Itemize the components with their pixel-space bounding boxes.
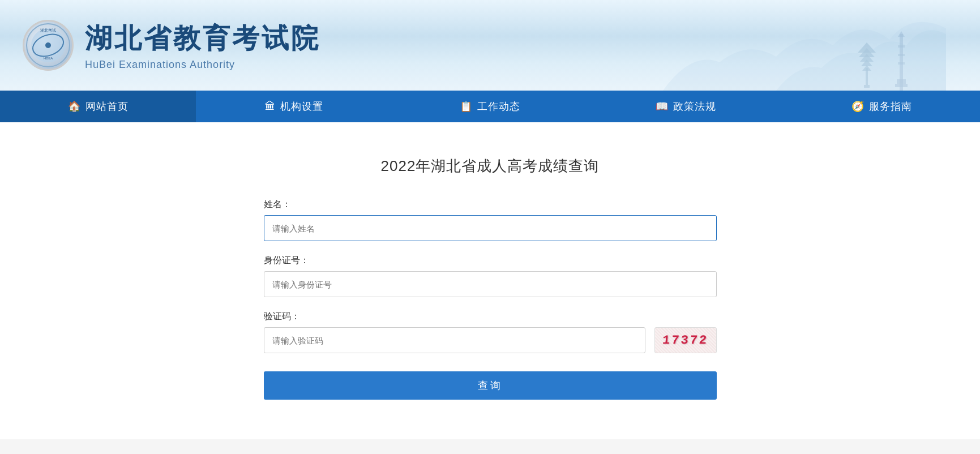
header-title-block: 湖北省教育考试院 HuBei Examinations Authority xyxy=(85,20,320,71)
nav-label-guide: 服务指南 xyxy=(869,100,912,113)
svg-rect-10 xyxy=(898,54,905,56)
name-input[interactable] xyxy=(264,215,717,241)
nav-label-org: 机构设置 xyxy=(280,100,323,113)
header-title-cn: 湖北省教育考试院 xyxy=(85,20,320,57)
home-icon: 🏠 xyxy=(68,100,81,113)
org-icon: 🏛 xyxy=(265,101,276,113)
id-field-group: 身份证号： xyxy=(264,255,717,297)
svg-text:湖北考试: 湖北考试 xyxy=(40,28,56,32)
header: 湖北考试 HBEA 湖北省教育考试院 HuBei Examinations Au… xyxy=(0,0,980,91)
form-container: 姓名： 身份证号： 验证码： 17372 查询 xyxy=(264,199,717,400)
submit-button[interactable]: 查询 xyxy=(264,371,717,400)
footer: Ai xyxy=(0,439,980,454)
svg-text:HBEA: HBEA xyxy=(44,57,53,60)
svg-rect-12 xyxy=(897,79,906,84)
nav-item-home[interactable]: 🏠 网站首页 xyxy=(0,91,196,122)
captcha-image[interactable]: 17372 xyxy=(654,327,717,353)
captcha-row: 17372 xyxy=(264,327,717,353)
captcha-input[interactable] xyxy=(264,327,645,353)
nav-item-guide[interactable]: 🧭 服务指南 xyxy=(784,91,980,122)
name-field-group: 姓名： xyxy=(264,199,717,241)
logo-circle: 湖北考试 HBEA xyxy=(23,20,74,71)
page-title: 2022年湖北省成人高考成绩查询 xyxy=(381,156,600,176)
id-label: 身份证号： xyxy=(264,255,717,267)
header-title-en: HuBei Examinations Authority xyxy=(85,59,320,71)
captcha-value: 17372 xyxy=(662,333,709,348)
captcha-field-group: 验证码： 17372 xyxy=(264,311,717,353)
guide-icon: 🧭 xyxy=(851,100,865,113)
nav-item-news[interactable]: 📋 工作动态 xyxy=(392,91,588,122)
logo-area: 湖北考试 HBEA 湖北省教育考试院 HuBei Examinations Au… xyxy=(23,20,320,71)
nav-item-org[interactable]: 🏛 机构设置 xyxy=(196,91,392,122)
svg-point-17 xyxy=(45,42,51,48)
svg-rect-9 xyxy=(898,45,905,48)
nav-label-home: 网站首页 xyxy=(85,100,129,113)
name-label: 姓名： xyxy=(264,199,717,211)
nav-label-news: 工作动态 xyxy=(477,100,520,113)
captcha-label: 验证码： xyxy=(264,311,717,323)
nav-bar: 🏠 网站首页 🏛 机构设置 📋 工作动态 📖 政策法规 🧭 服务指南 xyxy=(0,91,980,122)
skyline-decoration xyxy=(663,6,946,91)
id-input[interactable] xyxy=(264,271,717,297)
svg-rect-11 xyxy=(898,62,905,65)
nav-item-policy[interactable]: 📖 政策法规 xyxy=(588,91,784,122)
svg-rect-13 xyxy=(895,84,908,87)
policy-icon: 📖 xyxy=(656,100,669,113)
nav-label-policy: 政策法规 xyxy=(673,100,716,113)
news-icon: 📋 xyxy=(460,100,473,113)
svg-rect-6 xyxy=(864,85,870,88)
main-content: 2022年湖北省成人高考成绩查询 姓名： 身份证号： 验证码： 17372 查询 xyxy=(0,122,980,439)
